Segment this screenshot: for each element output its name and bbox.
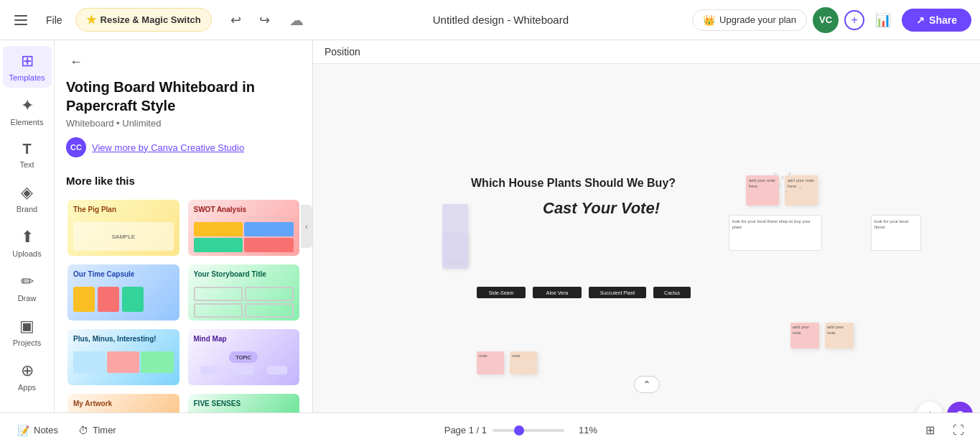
file-menu[interactable]: File xyxy=(39,10,70,30)
template-thumb-pig: The Pig Plan SAMPLE xyxy=(67,200,179,256)
canvas-area[interactable]: Position Which House Plants Should We Bu… xyxy=(313,40,980,413)
sticky-pink-2: add your note xyxy=(790,323,819,349)
whiteboard[interactable]: Which House Plants Should We Buy? Cast Y… xyxy=(313,64,980,413)
timer-label: Timer xyxy=(93,425,116,436)
menu-button[interactable] xyxy=(9,9,33,31)
brand-label: Brand xyxy=(17,205,37,213)
plant-image-left-2 xyxy=(442,233,468,263)
sidebar-item-elements[interactable]: ✦ Elements xyxy=(3,91,52,132)
uploads-label: Uploads xyxy=(12,249,41,258)
user-avatar[interactable]: VC xyxy=(813,7,839,33)
grid-view-button[interactable]: ⊞ xyxy=(920,420,940,441)
svg-point-2 xyxy=(788,172,791,175)
sidebar-item-templates[interactable]: ⊞ Templates xyxy=(3,46,52,88)
sidebar-item-draw[interactable]: ✏ Draw xyxy=(3,267,52,308)
template-card-artwork[interactable]: My Artwork Artist Portfolio xyxy=(66,392,181,413)
canva-ai-icon: ✦ xyxy=(925,408,935,413)
panel-author: CC View more by Canva Creative Studio xyxy=(55,137,312,169)
draw-icon: ✏ xyxy=(21,272,34,291)
col-label-2: Aloe Vera xyxy=(533,287,582,298)
template-thumb-pmi: Plus, Minus, Interesting! xyxy=(67,329,179,385)
more-like-this-label: More like this xyxy=(55,169,312,193)
sidebar-item-apps[interactable]: ⊕ Apps xyxy=(3,356,52,397)
templates-label: Templates xyxy=(9,73,45,82)
panel-title: Voting Board Whiteboard in Papercraft St… xyxy=(55,78,312,118)
desc-box-1: look for your local florist shop to buy … xyxy=(729,215,822,251)
decoration-dots xyxy=(772,170,808,209)
draw-label: Draw xyxy=(18,294,37,303)
timer-icon: ⏱ xyxy=(78,425,88,436)
col-label-4-text: Cactus xyxy=(664,290,680,295)
panel-subtitle: Whiteboard • Unlimited xyxy=(55,118,312,137)
templates-icon: ⊞ xyxy=(21,52,34,70)
sticky-peach-bottom-1: note xyxy=(510,351,537,374)
sticky-pink-bottom-1: note xyxy=(477,351,504,374)
projects-label: Projects xyxy=(13,338,42,347)
apps-icon: ⊕ xyxy=(21,361,34,380)
undo-button[interactable]: ↩ xyxy=(223,7,249,33)
position-label: Position xyxy=(325,46,360,57)
template-card-senses[interactable]: FIVE SENSES Sensory activities xyxy=(187,392,302,413)
notes-label: Notes xyxy=(34,425,58,436)
document-title: Untitled design - Whiteboard xyxy=(315,14,686,26)
template-thumb-storyboard: Your Storyboard Title xyxy=(188,264,300,321)
sidebar-item-uploads[interactable]: ⬆ Uploads xyxy=(3,222,52,264)
hide-panel-button[interactable]: ‹ xyxy=(301,205,312,248)
top-bar: File ★ Resize & Magic Switch ↩ ↪ ☁ Untit… xyxy=(0,0,980,40)
redo-button[interactable]: ↪ xyxy=(252,7,278,33)
magic-switch-button[interactable]: ★ Resize & Magic Switch xyxy=(75,8,212,32)
uploads-icon: ⬆ xyxy=(21,228,34,246)
author-link[interactable]: View more by Canva Creative Studio xyxy=(92,142,244,153)
template-card-swot[interactable]: SWOT Analysis xyxy=(187,198,302,257)
col-label-1-text: Side-Seam xyxy=(489,290,514,295)
author-avatar: CC xyxy=(66,137,86,157)
text-icon: T xyxy=(22,141,31,157)
undo-redo-group: ↩ ↪ xyxy=(223,7,278,33)
analytics-button[interactable]: 📊 xyxy=(870,7,896,33)
whiteboard-title: Which House Plants Should We Buy? xyxy=(471,175,676,191)
template-grid: The Pig Plan SAMPLE SWOT Analysis xyxy=(55,193,312,413)
brand-icon: ◈ xyxy=(21,183,33,202)
template-panel: ← Voting Board Whiteboard in Papercraft … xyxy=(55,40,313,413)
sticky-peach-2: add your note xyxy=(825,323,854,349)
svg-point-3 xyxy=(778,183,780,186)
upgrade-button[interactable]: 👑 Upgrade your plan xyxy=(692,9,807,31)
canvas-wrapper[interactable]: Which House Plants Should We Buy? Cast Y… xyxy=(313,64,980,413)
template-thumb-swot: SWOT Analysis xyxy=(188,200,300,256)
sidebar-item-text[interactable]: T Text xyxy=(3,135,52,175)
elements-icon: ✦ xyxy=(21,96,34,115)
notes-icon: 📝 xyxy=(17,425,29,436)
back-button[interactable]: ← xyxy=(66,52,86,72)
canvas-header: Position xyxy=(313,40,980,64)
zoom-slider[interactable]: 11% xyxy=(493,425,597,436)
bottom-bar: 📝 Notes ⏱ Timer Page 1 / 1 11% ⊞ ⛶ xyxy=(0,413,980,447)
sidebar-item-projects[interactable]: ▣ Projects xyxy=(3,311,52,353)
zoom-thumb[interactable] xyxy=(514,425,524,436)
save-cloud-button[interactable]: ☁ xyxy=(284,7,309,33)
template-card-pig-plan[interactable]: The Pig Plan SAMPLE xyxy=(66,198,181,257)
notes-button[interactable]: 📝 Notes xyxy=(11,422,64,439)
sidebar-item-brand[interactable]: ◈ Brand xyxy=(3,178,52,219)
col-label-1: Side-Seam xyxy=(477,287,526,298)
template-thumb-capsule: Our Time Capsule xyxy=(67,264,179,321)
share-button[interactable]: ↗ Share xyxy=(902,9,971,32)
template-card-time-capsule[interactable]: Our Time Capsule xyxy=(66,263,181,322)
fullscreen-button[interactable]: ⛶ xyxy=(948,420,969,441)
template-card-mindmap[interactable]: Mind Map TOPIC xyxy=(187,328,302,387)
whiteboard-vote-text: Cast Your Vote! xyxy=(543,199,660,218)
apps-label: Apps xyxy=(18,383,36,392)
template-card-storyboard[interactable]: Your Storyboard Title xyxy=(187,263,302,322)
col-label-3: Succulent Plant xyxy=(589,287,646,298)
template-thumb-artwork: My Artwork Artist Portfolio xyxy=(67,394,179,413)
elements-label: Elements xyxy=(11,118,44,126)
invite-button[interactable]: + xyxy=(844,10,864,30)
share-icon: ↗ xyxy=(916,14,925,26)
timer-button[interactable]: ⏱ Timer xyxy=(73,422,122,439)
svg-point-1 xyxy=(781,176,784,179)
star-icon: ★ xyxy=(86,13,96,27)
show-pages-button[interactable]: ⌃ xyxy=(634,376,660,393)
template-card-pmi[interactable]: Plus, Minus, Interesting! xyxy=(66,328,181,387)
col-label-2-text: Aloe Vera xyxy=(546,290,568,295)
bottom-right: ⊞ ⛶ xyxy=(920,420,969,441)
zoom-track xyxy=(493,429,564,432)
